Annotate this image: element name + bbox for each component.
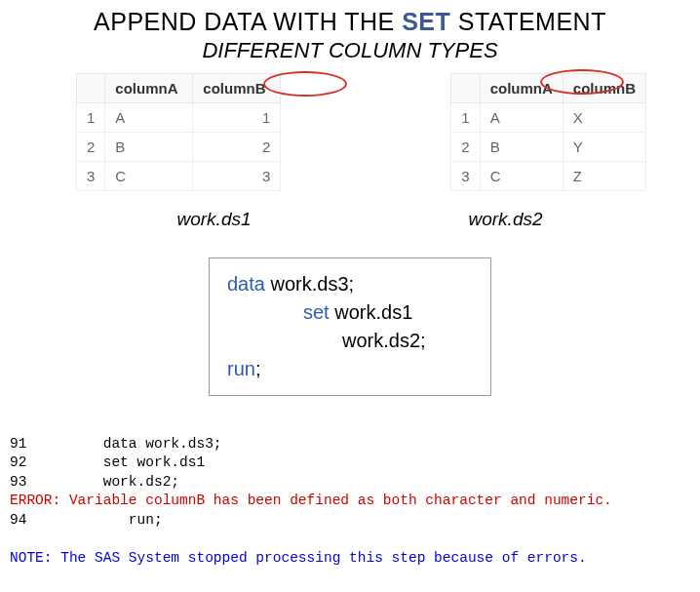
log-note: NOTE: The SAS System stopped processing … [10,550,587,566]
log-error: ERROR: Variable columnB has been defined… [10,493,612,508]
sas-log: 91 data work.ds3; 92 set work.ds1 93 wor… [0,396,700,569]
table1-header-colA: columnA [105,74,193,103]
caption-ds2: work.ds2 [468,209,542,230]
table2-header-colA: columnA [480,74,563,103]
table-row: 1 A 1 [77,103,281,133]
code-box: data work.ds3; set work.ds1 work.ds2; ru… [209,257,491,396]
table-row: 1 A X [451,103,646,133]
table-row: 3 C 3 [77,162,281,191]
table-row: 3 C Z [451,162,646,191]
caption-ds1: work.ds1 [176,209,251,230]
subtitle: DIFFERENT COLUMN TYPES [0,38,700,63]
table1-header-colB: columnB [193,74,281,103]
table-row: 2 B 2 [77,133,281,162]
table2-header-colB: columnB [563,74,645,103]
table-ds1: columnA columnB 1 A 1 2 B 2 3 C 3 [76,73,281,191]
table-row: 2 B Y [451,133,646,162]
table-ds2: columnA columnB 1 A X 2 B Y 3 C Z [450,73,646,191]
main-title: APPEND DATA WITH THE SET STATEMENT [0,8,700,36]
